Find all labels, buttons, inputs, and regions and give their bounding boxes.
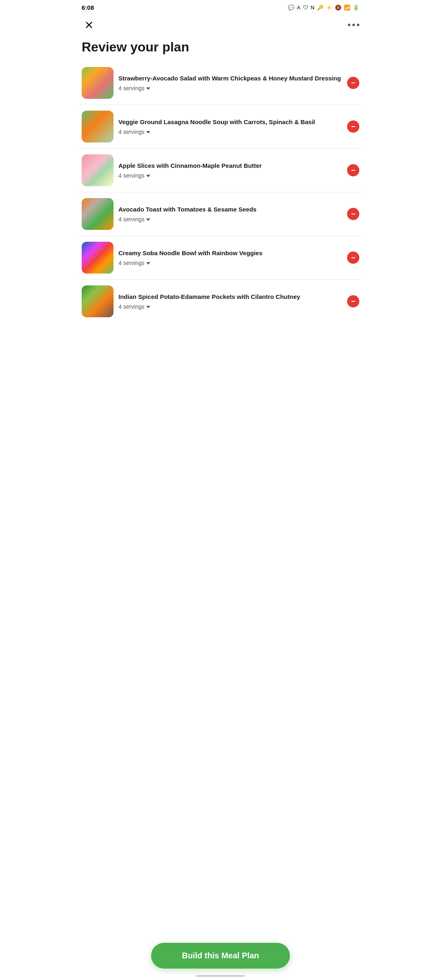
thumb-image (82, 285, 114, 317)
minus-icon: − (351, 254, 356, 261)
minus-icon: − (351, 210, 356, 218)
meal-name: Avocado Toast with Tomatoes & Sesame See… (118, 205, 342, 214)
meal-thumbnail (82, 285, 114, 317)
meal-name: Creamy Soba Noodle Bowl with Rainbow Veg… (118, 249, 342, 257)
servings-chevron-icon (146, 87, 150, 90)
remove-meal-button[interactable]: − (347, 252, 359, 264)
more-options-button[interactable] (348, 24, 359, 26)
meal-list: Strawberry-Avocado Salad with Warm Chick… (74, 61, 368, 323)
bottom-cta: Build this Meal Plan (151, 943, 290, 969)
meal-info: Avocado Toast with Tomatoes & Sesame See… (118, 205, 342, 223)
signal-icon: 📶 (344, 4, 350, 11)
close-icon (85, 20, 94, 29)
remove-meal-button[interactable]: − (347, 77, 359, 89)
meal-info: Veggie Ground Lasagna Noodle Soup with C… (118, 118, 342, 135)
minus-icon: − (351, 167, 356, 174)
meal-info: Creamy Soba Noodle Bowl with Rainbow Veg… (118, 249, 342, 266)
meal-servings[interactable]: 4 servings (118, 260, 342, 266)
status-bar: 6:08 💬 A 🛡 N 🔑 ⚡ 🔕 📶 🔋 (74, 0, 368, 13)
meal-info: Indian Spiced Potato-Edamame Pockets wit… (118, 293, 342, 310)
close-button[interactable] (82, 18, 96, 32)
a-icon: A (297, 4, 301, 11)
meal-item: Indian Spiced Potato-Edamame Pockets wit… (78, 280, 363, 323)
bluetooth-icon: ⚡ (326, 4, 332, 11)
meal-name: Veggie Ground Lasagna Noodle Soup with C… (118, 118, 342, 126)
bubble-icon: 💬 (288, 4, 294, 11)
status-icons: 💬 A 🛡 N 🔑 ⚡ 🔕 📶 🔋 (288, 4, 359, 11)
meal-thumbnail (82, 242, 114, 274)
servings-chevron-icon (146, 262, 150, 265)
minus-icon: − (351, 123, 356, 130)
meal-item: Veggie Ground Lasagna Noodle Soup with C… (78, 105, 363, 149)
dot-icon (348, 24, 350, 26)
meal-info: Strawberry-Avocado Salad with Warm Chick… (118, 74, 342, 91)
page-title: Review your plan (74, 36, 368, 61)
battery-icon: 🔋 (353, 4, 359, 11)
servings-label: 4 servings (118, 172, 145, 179)
remove-meal-button[interactable]: − (347, 120, 359, 133)
servings-label: 4 servings (118, 129, 145, 135)
meal-item: Strawberry-Avocado Salad with Warm Chick… (78, 61, 363, 105)
servings-chevron-icon (146, 306, 150, 308)
key-icon: 🔑 (317, 4, 323, 11)
remove-meal-button[interactable]: − (347, 295, 359, 307)
meal-info: Apple Slices with Cinnamon-Maple Peanut … (118, 162, 342, 179)
shield-icon: 🛡 (303, 4, 308, 11)
meal-item: Creamy Soba Noodle Bowl with Rainbow Veg… (78, 236, 363, 280)
meal-thumbnail (82, 67, 114, 99)
meal-thumbnail (82, 111, 114, 143)
thumb-image (82, 242, 114, 274)
servings-label: 4 servings (118, 216, 145, 223)
servings-chevron-icon (146, 218, 150, 221)
spacer (74, 323, 368, 372)
remove-meal-button[interactable]: − (347, 164, 359, 176)
meal-servings[interactable]: 4 servings (118, 85, 342, 91)
thumb-image (82, 111, 114, 143)
meal-thumbnail (82, 198, 114, 230)
top-nav (74, 13, 368, 36)
meal-name: Indian Spiced Potato-Edamame Pockets wit… (118, 293, 342, 301)
minus-icon: − (351, 79, 356, 87)
meal-servings[interactable]: 4 servings (118, 129, 342, 135)
meal-item: Apple Slices with Cinnamon-Maple Peanut … (78, 149, 363, 192)
home-indicator (196, 975, 245, 977)
thumb-image (82, 67, 114, 99)
servings-label: 4 servings (118, 85, 145, 91)
thumb-image (82, 198, 114, 230)
bell-icon: 🔕 (335, 4, 341, 11)
meal-servings[interactable]: 4 servings (118, 216, 342, 223)
nfc-icon: N (311, 4, 314, 11)
thumb-image (82, 154, 114, 186)
servings-label: 4 servings (118, 303, 145, 310)
remove-meal-button[interactable]: − (347, 208, 359, 220)
minus-icon: − (351, 298, 356, 305)
meal-item: Avocado Toast with Tomatoes & Sesame See… (78, 192, 363, 236)
servings-label: 4 servings (118, 260, 145, 266)
servings-chevron-icon (146, 175, 150, 177)
dot-icon (357, 24, 359, 26)
meal-servings[interactable]: 4 servings (118, 303, 342, 310)
meal-thumbnail (82, 154, 114, 186)
dot-icon (352, 24, 355, 26)
meal-name: Strawberry-Avocado Salad with Warm Chick… (118, 74, 342, 82)
meal-servings[interactable]: 4 servings (118, 172, 342, 179)
status-time: 6:08 (82, 4, 94, 11)
servings-chevron-icon (146, 131, 150, 134)
meal-name: Apple Slices with Cinnamon-Maple Peanut … (118, 162, 342, 170)
build-meal-plan-button[interactable]: Build this Meal Plan (151, 943, 290, 969)
